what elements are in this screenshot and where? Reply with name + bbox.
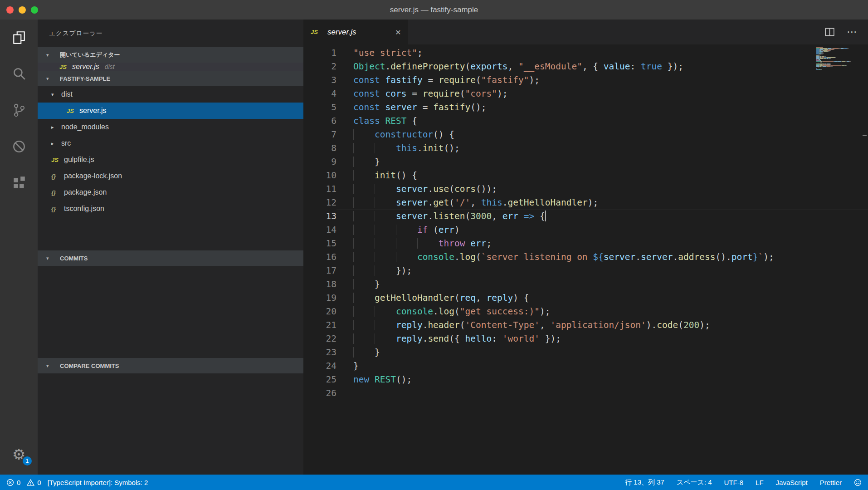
status-encoding[interactable]: UTF-8	[724, 479, 744, 486]
text-cursor	[545, 211, 546, 221]
line-number: 19	[303, 291, 336, 305]
overview-ruler-cursor-mark	[863, 135, 867, 136]
line-number: 4	[303, 87, 336, 101]
status-indentation[interactable]: スペース: 4	[677, 478, 712, 487]
line-content: const fastify = require("fastify");	[336, 74, 868, 87]
line-number: 11	[303, 182, 336, 196]
status-problems-errors[interactable]: 0	[6, 479, 20, 486]
code-line-14[interactable]: 14 if (err)	[303, 223, 868, 237]
extensions-icon	[11, 175, 27, 191]
line-number: 2	[303, 60, 336, 74]
tree-item-server-js[interactable]: JSserver.js	[38, 103, 303, 119]
json-file-icon: {}	[51, 173, 64, 180]
status-language-mode[interactable]: JavaScript	[776, 479, 808, 486]
line-content: const cors = require("cors");	[336, 87, 868, 101]
code-line-19[interactable]: 19 getHelloHandler(req, reply) {	[303, 291, 868, 305]
status-problems-warnings[interactable]: 0	[27, 479, 41, 486]
split-editor-icon[interactable]	[824, 27, 835, 37]
tree-item-package-lock-json[interactable]: {}package-lock.json	[38, 168, 303, 184]
status-label: 0	[37, 479, 41, 486]
code-line-15[interactable]: 15 throw err;	[303, 237, 868, 250]
status-formatter[interactable]: Prettier	[820, 479, 842, 486]
close-tab-icon[interactable]: ×	[395, 27, 401, 38]
status-feedback[interactable]	[854, 479, 862, 486]
code-line-26[interactable]: 26	[303, 387, 868, 400]
code-line-2[interactable]: 2Object.defineProperty(exports, "__esMod…	[303, 60, 868, 74]
explorer-view-button[interactable]	[0, 20, 38, 56]
commits-section-header[interactable]: ▾ COMMITS	[38, 250, 303, 266]
code-line-7[interactable]: 7 constructor() {	[303, 128, 868, 142]
code-line-22[interactable]: 22 reply.send({ hello: 'world' });	[303, 332, 868, 346]
code-line-13[interactable]: 13 server.listen(3000, err => {	[303, 210, 868, 223]
status-cursor-position[interactable]: 行 13、列 37	[625, 478, 664, 487]
tree-item-node-modules[interactable]: ▸node_modules	[38, 119, 303, 135]
line-number: 5	[303, 101, 336, 114]
more-actions-icon[interactable]: ⋯	[847, 26, 857, 38]
code-editor[interactable]: 1"use strict";2Object.defineProperty(exp…	[303, 44, 868, 475]
line-number: 6	[303, 114, 336, 128]
code-line-6[interactable]: 6class REST {	[303, 114, 868, 128]
extensions-view-button[interactable]	[0, 165, 38, 201]
settings-button[interactable]: ⚙ 1	[0, 445, 38, 464]
code-line-23[interactable]: 23 }	[303, 346, 868, 359]
minimize-window-button[interactable]	[19, 6, 26, 14]
activity-bar: ⚙ 1	[0, 20, 38, 475]
code-line-9[interactable]: 9 }	[303, 155, 868, 169]
code-line-5[interactable]: 5const server = fastify();	[303, 101, 868, 114]
code-line-17[interactable]: 17 });	[303, 264, 868, 278]
code-line-8[interactable]: 8 this.init();	[303, 142, 868, 155]
code-line-4[interactable]: 4const cors = require("cors");	[303, 87, 868, 101]
code-line-12[interactable]: 12 server.get('/', this.getHelloHandler)…	[303, 196, 868, 210]
status-label: Prettier	[820, 479, 842, 486]
close-window-button[interactable]	[6, 6, 14, 14]
status-label: JavaScript	[776, 479, 808, 486]
line-content: reply.send({ hello: 'world' });	[336, 332, 868, 346]
code-line-18[interactable]: 18 }	[303, 278, 868, 291]
code-line-20[interactable]: 20 console.log("get success:)");	[303, 305, 868, 318]
open-editors-section-header[interactable]: ▾ 開いているエディター	[38, 47, 303, 63]
code-line-16[interactable]: 16 console.log(`server listening on ${se…	[303, 250, 868, 264]
line-number: 20	[303, 305, 336, 318]
compare-commits-section-header[interactable]: ▾ COMPARE COMMITS	[38, 358, 303, 373]
line-content: console.log(`server listening on ${serve…	[336, 250, 868, 264]
status-label: スペース: 4	[677, 478, 712, 487]
code-line-25[interactable]: 25new REST();	[303, 373, 868, 387]
open-editor-item-server-js[interactable]: JSserver.jsdist	[38, 63, 303, 71]
code-line-3[interactable]: 3const fastify = require("fastify");	[303, 74, 868, 87]
minimap[interactable]	[816, 47, 862, 71]
line-number: 15	[303, 237, 336, 250]
tree-item-src[interactable]: ▸src	[38, 135, 303, 152]
tree-item-label: src	[61, 139, 71, 147]
code-line-21[interactable]: 21 reply.header('Content-Type', 'applica…	[303, 318, 868, 332]
compare-commits-body	[38, 373, 303, 475]
status-typescript-importer-status[interactable]: [TypeScript Importer]: Symbols: 2	[48, 479, 148, 486]
chevron-expanded-icon: ▾	[51, 92, 61, 98]
status-label: 行 13、列 37	[625, 478, 664, 487]
warning-icon	[27, 479, 34, 486]
tree-item-tsconfig-json[interactable]: {}tsconfig.json	[38, 201, 303, 217]
code-line-1[interactable]: 1"use strict";	[303, 46, 868, 60]
code-line-24[interactable]: 24}	[303, 359, 868, 373]
tab-label: server.js	[327, 28, 356, 37]
status-eol[interactable]: LF	[756, 479, 764, 486]
source-control-view-button[interactable]	[0, 92, 38, 128]
tab-server-js[interactable]: JS server.js ×	[303, 20, 408, 44]
search-view-button[interactable]	[0, 56, 38, 92]
debug-view-button[interactable]	[0, 128, 38, 165]
code-line-10[interactable]: 10 init() {	[303, 169, 868, 182]
tree-item-gulpfile-js[interactable]: JSgulpfile.js	[38, 152, 303, 168]
line-content	[336, 387, 868, 400]
open-editor-detail: dist	[105, 63, 115, 70]
line-content: });	[336, 264, 868, 278]
sidebar-title: エクスプローラー	[38, 20, 303, 47]
code-line-11[interactable]: 11 server.use(cors());	[303, 182, 868, 196]
tree-item-package-json[interactable]: {}package.json	[38, 184, 303, 201]
zoom-window-button[interactable]	[31, 6, 38, 14]
titlebar[interactable]: server.js — fastify-sample	[0, 0, 868, 20]
line-content: if (err)	[336, 223, 868, 237]
line-number: 3	[303, 74, 336, 87]
project-section-header[interactable]: ▾ FASTIFY-SAMPLE	[38, 71, 303, 86]
commits-label: COMMITS	[60, 255, 88, 262]
tree-item-dist[interactable]: ▾dist	[38, 86, 303, 103]
line-content: getHelloHandler(req, reply) {	[336, 291, 868, 305]
